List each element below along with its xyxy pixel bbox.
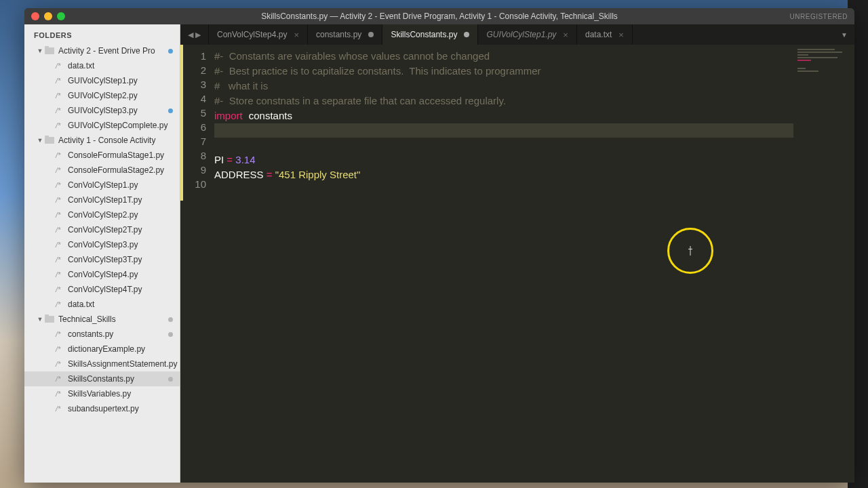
close-icon[interactable]: × bbox=[294, 30, 299, 40]
file-row[interactable]: /*ConVolCylStep2T.py bbox=[24, 222, 180, 237]
folder-icon bbox=[45, 137, 54, 144]
code-content[interactable]: #- Constants are vairables whose values … bbox=[214, 45, 793, 483]
file-icon: /* bbox=[56, 106, 65, 115]
code-comment: #- Best practice is to capitalize consta… bbox=[214, 65, 541, 77]
code-comment: #- Store constnats in a separate file th… bbox=[214, 95, 506, 106]
tab-convolcylstep4[interactable]: ConVolCylStep4.py× bbox=[209, 24, 308, 45]
tab-bar: ◀ ▶ ConVolCylStep4.py× constants.py Skil… bbox=[180, 24, 854, 45]
file-icon: /* bbox=[56, 360, 65, 368]
file-row[interactable]: /*GUIVolCylStep3.py bbox=[24, 103, 180, 118]
file-label: ConVolCylStep1.py bbox=[68, 180, 138, 190]
file-row[interactable]: /*SkillsConstants.py bbox=[24, 371, 180, 386]
code-identifier: constants bbox=[249, 110, 292, 121]
close-icon[interactable] bbox=[31, 12, 39, 20]
file-icon: /* bbox=[56, 181, 65, 189]
file-row[interactable]: /*SkillsAssignmentStatement.py bbox=[24, 357, 180, 371]
status-dot bbox=[168, 332, 173, 337]
titlebar[interactable]: SkillsConstants.py — Activity 2 - Event … bbox=[24, 8, 854, 24]
tab-history-nav[interactable]: ◀ ▶ bbox=[180, 24, 209, 45]
folder-activity1[interactable]: ▼ Activity 1 - Console Activity bbox=[24, 133, 180, 148]
file-icon: /* bbox=[56, 345, 65, 353]
folder-icon bbox=[45, 316, 54, 323]
code-string: "451 Ripply Street" bbox=[275, 169, 361, 180]
tab-label: constants.py bbox=[316, 30, 361, 39]
file-row[interactable]: /*data.txt bbox=[24, 58, 180, 73]
file-label: GUIVolCylStep1.py bbox=[68, 76, 138, 85]
folder-label: Activity 1 - Console Activity bbox=[58, 136, 155, 145]
file-row[interactable]: /*GUIVolCylStep1.py bbox=[24, 73, 180, 88]
code-identifier: ADDRESS bbox=[214, 169, 264, 180]
tab-guivolcylstep1[interactable]: GUIVolCylStep1.py× bbox=[478, 24, 577, 45]
file-icon: /* bbox=[56, 270, 65, 279]
file-label: subandsupertext.py bbox=[68, 404, 139, 413]
close-icon[interactable]: × bbox=[618, 30, 624, 40]
file-icon: /* bbox=[56, 285, 65, 293]
file-row[interactable]: /*ConVolCylStep2.py bbox=[24, 207, 180, 222]
file-row[interactable]: /*GUIVolCylStepComplete.py bbox=[24, 118, 180, 133]
file-label: SkillsConstants.py bbox=[68, 374, 134, 384]
tab-skillsconstants[interactable]: SkillsConstants.py bbox=[382, 24, 478, 45]
file-row[interactable]: /*GUIVolCylStep2.py bbox=[24, 88, 180, 103]
file-label: ConVolCylStep3.py bbox=[68, 240, 138, 249]
line-number: 6 bbox=[180, 120, 206, 134]
file-label: data.txt bbox=[68, 300, 94, 309]
folder-icon bbox=[45, 47, 54, 54]
maximize-icon[interactable] bbox=[57, 12, 65, 20]
file-label: ConsoleFormulaStage2.py bbox=[68, 165, 164, 175]
dirty-dot-icon bbox=[464, 32, 469, 37]
code-identifier: PI bbox=[214, 154, 224, 165]
line-number: 10 bbox=[180, 177, 206, 191]
file-label: ConsoleFormulaStage1.py bbox=[68, 150, 164, 160]
file-row[interactable]: /*ConsoleFormulaStage1.py bbox=[24, 148, 180, 163]
tab-datatxt[interactable]: data.txt× bbox=[577, 24, 633, 45]
file-icon: /* bbox=[56, 405, 65, 413]
file-label: GUIVolCylStep2.py bbox=[68, 91, 138, 100]
file-row[interactable]: /*subandsupertext.py bbox=[24, 401, 180, 416]
file-row[interactable]: /*dictionaryExample.py bbox=[24, 342, 180, 357]
close-icon[interactable]: × bbox=[563, 30, 568, 40]
file-icon: /* bbox=[56, 375, 65, 383]
file-row[interactable]: /*SkillsVariables.py bbox=[24, 386, 180, 401]
code-operator: = bbox=[224, 154, 235, 165]
code-editor[interactable]: 1 2 3 4 5 6 7 8 9 10 #- Constants are va… bbox=[180, 45, 854, 483]
file-icon: /* bbox=[56, 77, 65, 85]
file-label: ConVolCylStep3T.py bbox=[68, 255, 142, 264]
file-label: GUIVolCylStepComplete.py bbox=[68, 121, 167, 130]
file-label: data.txt bbox=[68, 61, 94, 70]
line-number: 5 bbox=[180, 106, 206, 120]
folder-tree: ▼ Activity 2 - Event Drive Pro /*data.tx… bbox=[24, 43, 180, 483]
file-row[interactable]: /*ConVolCylStep4.py bbox=[24, 267, 180, 282]
line-number: 4 bbox=[180, 92, 206, 106]
chevron-down-icon: ▼ bbox=[37, 47, 43, 54]
file-icon: /* bbox=[56, 211, 65, 219]
window-controls bbox=[24, 12, 65, 20]
tab-constants[interactable]: constants.py bbox=[308, 24, 382, 45]
chevron-down-icon: ▼ bbox=[37, 137, 43, 144]
file-row[interactable]: /*ConVolCylStep4T.py bbox=[24, 282, 180, 297]
minimize-icon[interactable] bbox=[44, 12, 52, 20]
file-icon: /* bbox=[56, 92, 65, 100]
file-row[interactable]: /*ConVolCylStep1.py bbox=[24, 178, 180, 192]
minimap[interactable] bbox=[793, 45, 854, 483]
file-row[interactable]: /*ConVolCylStep3.py bbox=[24, 237, 180, 252]
file-row[interactable]: /*constants.py bbox=[24, 327, 180, 342]
line-number-gutter: 1 2 3 4 5 6 7 8 9 10 bbox=[180, 45, 214, 483]
line-number: 8 bbox=[180, 148, 206, 163]
file-label: ConVolCylStep4.py bbox=[68, 270, 138, 279]
file-label: SkillsAssignmentStatement.py bbox=[68, 359, 177, 369]
line-number: 7 bbox=[180, 134, 206, 148]
chevron-down-icon: ▼ bbox=[37, 316, 43, 323]
file-row[interactable]: /*data.txt bbox=[24, 297, 180, 312]
line-number: 3 bbox=[180, 77, 206, 92]
file-icon: /* bbox=[56, 241, 65, 249]
code-number: 3.14 bbox=[235, 154, 255, 165]
tab-overflow-icon[interactable]: ▼ bbox=[834, 24, 854, 45]
file-row[interactable]: /*ConVolCylStep1T.py bbox=[24, 192, 180, 207]
file-label: constants.py bbox=[68, 329, 113, 339]
file-row[interactable]: /*ConVolCylStep3T.py bbox=[24, 252, 180, 267]
line-number: 9 bbox=[180, 163, 206, 177]
folder-technical-skills[interactable]: ▼ Technical_Skills bbox=[24, 312, 180, 327]
file-row[interactable]: /*ConsoleFormulaStage2.py bbox=[24, 163, 180, 178]
folder-activity2[interactable]: ▼ Activity 2 - Event Drive Pro bbox=[24, 43, 180, 58]
status-dot bbox=[168, 49, 173, 54]
